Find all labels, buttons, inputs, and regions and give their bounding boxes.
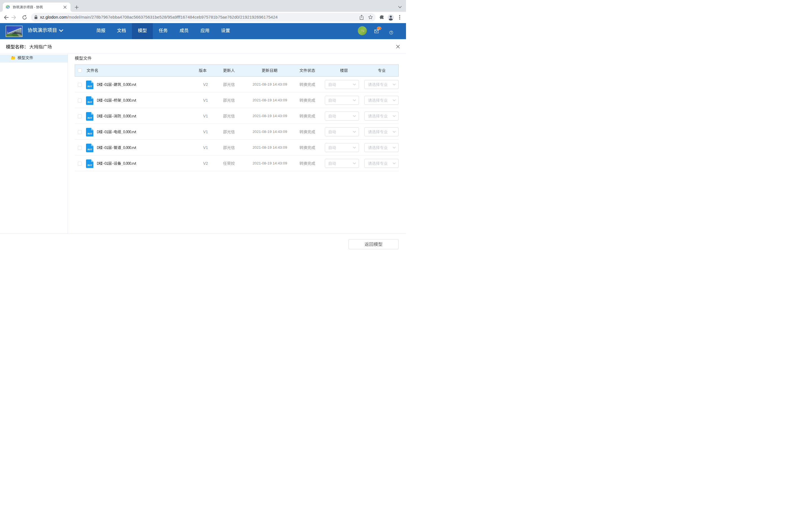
svg-text:RVT: RVT	[87, 86, 92, 88]
svg-text:RVT: RVT	[87, 117, 92, 119]
svg-text:RVT: RVT	[87, 164, 92, 167]
svg-text:2: 2	[378, 27, 380, 30]
svg-text:RVT: RVT	[87, 149, 92, 151]
svg-text:RVT: RVT	[87, 133, 92, 135]
svg-text:RVT: RVT	[87, 101, 92, 104]
